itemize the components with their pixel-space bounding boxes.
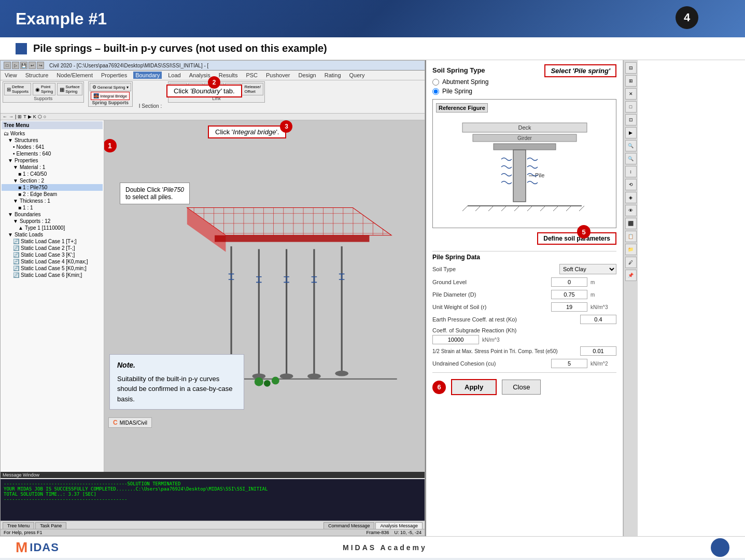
tree-thickness-1[interactable]: ■ 1 : 1 bbox=[2, 204, 103, 211]
toolbar-icon-6[interactable]: ▶ bbox=[28, 114, 32, 119]
rt-btn-12[interactable]: 👁 bbox=[625, 205, 637, 216]
general-spring-btn[interactable]: ⚙ General Spring ▾ bbox=[90, 83, 131, 91]
ground-level-input[interactable] bbox=[551, 277, 587, 287]
tab-task-pane[interactable]: Task Pane bbox=[35, 522, 66, 529]
tree-elements[interactable]: • Elements : 640 bbox=[2, 150, 103, 157]
tree-lc6[interactable]: 🔄 Static Load Case 6 [Kmin;] bbox=[2, 272, 103, 278]
menu-structure[interactable]: Structure bbox=[23, 72, 51, 79]
menu-properties[interactable]: Properties bbox=[99, 72, 129, 79]
kh-input[interactable] bbox=[432, 335, 479, 344]
rt-btn-17[interactable]: 📌 bbox=[625, 270, 637, 281]
integral-bridge-btn[interactable]: 🌉 Integral Bridge bbox=[91, 92, 130, 100]
redo-icon[interactable]: ↪ bbox=[37, 62, 44, 69]
rt-btn-1[interactable]: ⊟ bbox=[625, 62, 637, 74]
click-integral-annotation: Click 'Integral bridge'. bbox=[208, 125, 286, 138]
undrained-input[interactable] bbox=[551, 359, 587, 368]
apply-button[interactable]: Apply bbox=[451, 379, 497, 395]
menu-query[interactable]: Query bbox=[347, 72, 367, 79]
menu-boundary[interactable]: Boundary bbox=[133, 72, 162, 79]
menu-analysis[interactable]: Analysis bbox=[187, 72, 213, 79]
toolbar-icon-8[interactable]: ⬡ bbox=[38, 114, 42, 119]
define-supports-btn[interactable]: ⊞ DefineSupports bbox=[4, 83, 31, 95]
svg-line-28 bbox=[488, 206, 494, 211]
tree-properties[interactable]: ▼ Properties bbox=[2, 157, 103, 164]
tree-static-loads[interactable]: ▼ Static Loads bbox=[2, 231, 103, 238]
tree-material[interactable]: ▼ Material : 1 bbox=[2, 164, 103, 171]
tree-nodes[interactable]: • Nodes : 641 bbox=[2, 144, 103, 150]
step-badge-4: 4 bbox=[676, 6, 698, 29]
civil-tabbar: Tree Menu Task Pane Command Message Anal… bbox=[1, 521, 425, 529]
select-pile-spring-annotation: Select 'Pile spring' bbox=[544, 64, 616, 77]
svg-point-12 bbox=[335, 371, 348, 376]
tab-tree-menu[interactable]: Tree Menu bbox=[3, 522, 34, 529]
menu-pushover[interactable]: Pushover bbox=[264, 72, 292, 79]
tree-section[interactable]: ▼ Section : 2 bbox=[2, 177, 103, 184]
tree-c4050[interactable]: ■ 1 : C40/50 bbox=[2, 171, 103, 177]
close-button[interactable]: Close bbox=[502, 380, 541, 395]
tree-supports[interactable]: ▼ Supports : 12 bbox=[2, 218, 103, 225]
tree-lc1[interactable]: 🔄 Static Load Case 1 [T+;] bbox=[2, 238, 103, 245]
rt-btn-2[interactable]: ⊞ bbox=[625, 75, 637, 87]
toolbar-icon-7[interactable]: K bbox=[33, 114, 36, 119]
surface-spring-btn[interactable]: ▦ SurfaceSpring bbox=[57, 83, 82, 95]
radio-abutment-input[interactable] bbox=[432, 79, 439, 86]
tree-lc5[interactable]: 🔄 Static Load Case 5 [K0,min;] bbox=[2, 265, 103, 272]
rt-btn-16[interactable]: 🖊 bbox=[625, 257, 637, 268]
note-box: Note. Suitability of the built-in p-y cu… bbox=[109, 354, 244, 410]
undo-icon[interactable]: ↩ bbox=[29, 62, 36, 69]
rt-btn-8[interactable]: 🔍 bbox=[625, 153, 637, 164]
tree-lc2[interactable]: 🔄 Static Load Case 2 [T-;] bbox=[2, 245, 103, 251]
double-click-annotation: Double Click 'Pile750 to select all pile… bbox=[120, 183, 190, 204]
menu-view[interactable]: View bbox=[3, 72, 19, 79]
earth-pressure-input[interactable] bbox=[580, 315, 616, 324]
tree-pile750[interactable]: ■ 1 : Pile750 bbox=[2, 184, 103, 191]
menu-load[interactable]: Load bbox=[166, 72, 182, 79]
rt-btn-15[interactable]: 📁 bbox=[625, 244, 637, 255]
menu-design[interactable]: Design bbox=[297, 72, 318, 79]
ground-level-label: Ground Level bbox=[432, 279, 548, 285]
rt-btn-4[interactable]: □ bbox=[625, 101, 637, 113]
point-spring-btn[interactable]: ◉ PointSpring bbox=[33, 83, 55, 95]
menu-psc[interactable]: PSC bbox=[244, 72, 260, 79]
tree-works[interactable]: 🗂 Works bbox=[2, 130, 103, 137]
subtitle-text: Pile springs – built-in p-y curves (not … bbox=[33, 43, 327, 54]
rt-btn-10[interactable]: ⟲ bbox=[625, 179, 637, 190]
rt-btn-5[interactable]: ⊡ bbox=[625, 114, 637, 125]
tree-lc4[interactable]: 🔄 Static Load Case 4 [K0,max;] bbox=[2, 258, 103, 265]
tree-structures[interactable]: ▼ Structures bbox=[2, 137, 103, 144]
save-icon[interactable]: 💾 bbox=[20, 62, 27, 69]
rt-btn-6[interactable]: ▶ bbox=[625, 127, 637, 138]
tab-command-message[interactable]: Command Message bbox=[324, 522, 375, 529]
menu-results[interactable]: Results bbox=[217, 72, 240, 79]
undrained-row: Undrained Cohesion (cu) kN/m^2 bbox=[432, 359, 616, 368]
rt-btn-13[interactable]: ⬛ bbox=[625, 218, 637, 229]
midas-civil-tab[interactable]: C MIDAS/Civil bbox=[108, 417, 152, 428]
rt-btn-3[interactable]: ✕ bbox=[625, 88, 637, 100]
toolbar-icon-3[interactable]: | bbox=[15, 114, 16, 119]
pile-diameter-input[interactable] bbox=[551, 290, 587, 299]
tree-boundaries[interactable]: ▼ Boundaries bbox=[2, 211, 103, 218]
rt-btn-9[interactable]: ↕ bbox=[625, 166, 637, 177]
open-icon[interactable]: ▷ bbox=[12, 62, 19, 69]
menu-node-element[interactable]: Node/Element bbox=[54, 72, 95, 79]
tree-thickness[interactable]: ▼ Thickness : 1 bbox=[2, 198, 103, 204]
new-icon[interactable]: □ bbox=[4, 62, 11, 69]
toolbar-icon-1[interactable]: ← bbox=[3, 114, 7, 119]
unit-weight-input[interactable] bbox=[551, 302, 587, 312]
toolbar-icon-4[interactable]: ⊞ bbox=[18, 114, 22, 119]
soil-type-select[interactable]: Soft Clay Stiff Clay Sand bbox=[559, 264, 616, 274]
toolbar-icon-5[interactable]: T bbox=[23, 114, 26, 119]
tab-analysis-message[interactable]: Analysis Message bbox=[375, 522, 423, 529]
strain-input[interactable] bbox=[580, 346, 616, 356]
toolbar-icon-2[interactable]: → bbox=[9, 114, 13, 119]
toolbar-icon-9[interactable]: ○ bbox=[44, 114, 46, 119]
rt-btn-11[interactable]: ◈ bbox=[625, 192, 637, 203]
menu-rating[interactable]: Rating bbox=[322, 72, 343, 79]
tree-type1[interactable]: ▲ Type 1 [1110000] bbox=[2, 225, 103, 231]
release-btn[interactable]: Release/Offset bbox=[242, 83, 263, 95]
rt-btn-14[interactable]: 📋 bbox=[625, 231, 637, 242]
tree-edge-beam[interactable]: ■ 2 : Edge Beam bbox=[2, 191, 103, 198]
radio-pile-input[interactable] bbox=[432, 88, 439, 95]
tree-lc3[interactable]: 🔄 Static Load Case 3 [K';] bbox=[2, 251, 103, 258]
rt-btn-7[interactable]: 🔍 bbox=[625, 140, 637, 151]
